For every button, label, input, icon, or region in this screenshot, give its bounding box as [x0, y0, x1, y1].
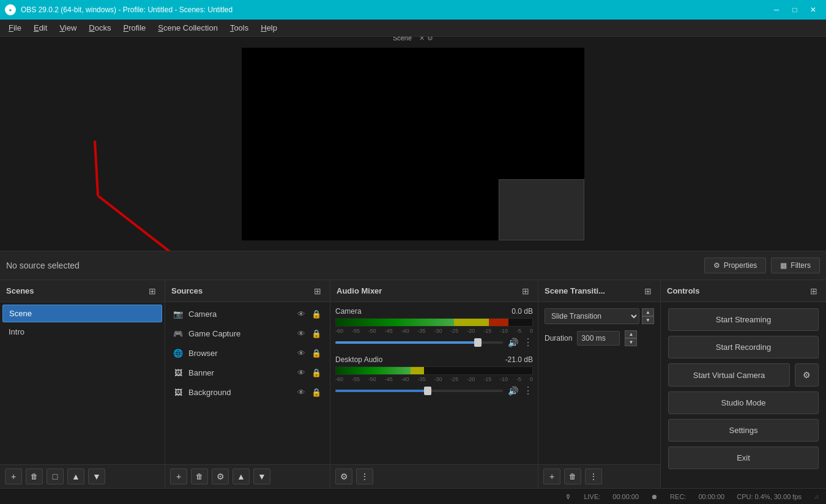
- menu-file[interactable]: File: [2, 21, 28, 35]
- browser-visibility-btn[interactable]: 👁: [296, 348, 307, 358]
- studio-mode-button[interactable]: Studio Mode: [668, 391, 819, 414]
- game-capture-lock-btn[interactable]: 🔒: [310, 328, 322, 339]
- source-item-browser[interactable]: 🌐 Browser 👁 🔒: [168, 344, 327, 362]
- sources-panel-icon-btn[interactable]: ⊞: [311, 285, 324, 297]
- camera-lock-btn[interactable]: 🔒: [310, 309, 322, 319]
- audio-meter-camera: [335, 318, 533, 327]
- source-item-game-capture[interactable]: 🎮 Game Capture 👁 🔒: [168, 324, 327, 343]
- titlebar-left: ● OBS 29.0.2 (64-bit, windows) - Profile…: [5, 4, 233, 15]
- audio-settings-btn[interactable]: ⚙: [335, 469, 352, 484]
- audio-more-options-btn[interactable]: ⋮: [356, 469, 373, 484]
- menu-tools[interactable]: Tools: [224, 21, 255, 35]
- preview-area: Scene ✕ ⚙: [0, 37, 826, 251]
- source-item-banner[interactable]: 🖼 Banner 👁 🔒: [168, 363, 327, 382]
- menu-profile[interactable]: Profile: [117, 21, 152, 35]
- browser-lock-btn[interactable]: 🔒: [310, 348, 322, 358]
- source-item-background[interactable]: 🖼 Background 👁 🔒: [168, 383, 327, 401]
- camera-more-btn[interactable]: ⋮: [523, 336, 533, 348]
- desktop-mute-btn[interactable]: 🔊: [508, 386, 518, 396]
- minimize-button[interactable]: ─: [768, 4, 784, 16]
- duration-spinner: ▲ ▼: [625, 330, 637, 346]
- audio-panel-icon-btn[interactable]: ⊞: [519, 285, 532, 297]
- transition-spinner-up[interactable]: ▲: [642, 308, 654, 316]
- virtual-camera-settings-btn[interactable]: ⚙: [795, 363, 819, 387]
- audio-fader-camera[interactable]: [335, 341, 503, 344]
- rec-label: REC:: [670, 493, 686, 500]
- scene-item-scene[interactable]: Scene: [2, 305, 162, 322]
- source-name-camera: Camera: [188, 309, 291, 319]
- exit-button[interactable]: Exit: [668, 447, 819, 469]
- fader-thumb-desktop[interactable]: [424, 387, 431, 395]
- svg-line-1: [98, 196, 180, 251]
- audio-list: Camera 0.0 dB -60-55-50 -45-40-35 -30-25…: [330, 302, 538, 464]
- background-visibility-btn[interactable]: 👁: [296, 387, 307, 398]
- scenes-remove-btn[interactable]: 🗑: [26, 469, 43, 484]
- settings-button[interactable]: Settings: [668, 419, 819, 442]
- window-controls: ─ □ ✕: [768, 4, 821, 16]
- camera-mute-btn[interactable]: 🔊: [508, 338, 518, 347]
- audio-track-desktop: Desktop Audio -21.0 dB -60-55-50 -45-40-…: [335, 355, 533, 396]
- transitions-panel-icon-btn[interactable]: ⊞: [642, 285, 654, 297]
- sources-down-btn[interactable]: ▼: [253, 469, 270, 484]
- duration-spinner-up[interactable]: ▲: [625, 330, 637, 338]
- maximize-button[interactable]: □: [787, 4, 803, 16]
- menu-docks[interactable]: Docks: [83, 21, 117, 35]
- preview-close-btn[interactable]: ✕: [419, 37, 425, 42]
- scenes-add-btn[interactable]: +: [5, 469, 22, 484]
- controls-panel-icon-btn[interactable]: ⊞: [808, 285, 820, 297]
- sources-panel-footer: + 🗑 ⚙ ▲ ▼: [165, 464, 330, 488]
- background-lock-btn[interactable]: 🔒: [310, 387, 322, 398]
- scenes-down-btn[interactable]: ▼: [88, 469, 105, 484]
- controls-panel-header: Controls ⊞: [661, 280, 826, 302]
- filters-button[interactable]: ▦ Filters: [771, 258, 820, 273]
- audio-fader-desktop[interactable]: [335, 390, 503, 392]
- obs-logo-text: ●: [9, 7, 12, 13]
- sources-up-btn[interactable]: ▲: [233, 469, 250, 484]
- menu-edit[interactable]: Edit: [28, 21, 53, 35]
- start-recording-button[interactable]: Start Recording: [668, 336, 819, 358]
- menu-scene-collection[interactable]: Scene Collection: [152, 21, 224, 35]
- audio-track-camera: Camera 0.0 dB -60-55-50 -45-40-35 -30-25…: [335, 307, 533, 348]
- preview-wrapper: Scene ✕ ⚙: [242, 48, 584, 240]
- start-virtual-camera-button[interactable]: Start Virtual Camera: [668, 363, 790, 387]
- desktop-more-btn[interactable]: ⋮: [523, 385, 533, 396]
- camera-visibility-btn[interactable]: 👁: [296, 309, 307, 319]
- scene-item-intro[interactable]: Intro: [2, 324, 162, 340]
- gear-icon: ⚙: [713, 261, 720, 270]
- scenes-panel-icon-btn[interactable]: ⊞: [146, 285, 158, 297]
- transitions-more-btn[interactable]: ⋮: [585, 469, 602, 484]
- audio-meter-labels-desktop: -60-55-50 -45-40-35 -30-25-20 -15-10-5 0: [335, 376, 533, 382]
- scenes-up-btn[interactable]: ▲: [67, 469, 84, 484]
- preview-inner-box: [499, 179, 584, 240]
- scenes-panel-title: Scenes: [6, 286, 34, 295]
- preview-settings-btn[interactable]: ⚙: [427, 37, 433, 42]
- game-capture-visibility-btn[interactable]: 👁: [296, 328, 307, 339]
- source-name-game-capture: Game Capture: [188, 329, 291, 338]
- duration-spinner-down[interactable]: ▼: [625, 338, 637, 346]
- sources-add-btn[interactable]: +: [170, 469, 187, 484]
- obs-logo: ●: [5, 4, 16, 15]
- properties-button[interactable]: ⚙ Properties: [704, 258, 767, 273]
- menu-help[interactable]: Help: [255, 21, 283, 35]
- menu-view[interactable]: View: [53, 21, 83, 35]
- source-name-browser: Browser: [188, 349, 291, 358]
- banner-visibility-btn[interactable]: 👁: [296, 368, 307, 378]
- start-streaming-button[interactable]: Start Streaming: [668, 308, 819, 331]
- transitions-panel-header: Scene Transiti... ⊞: [538, 280, 660, 302]
- source-list: 📷 Camera 👁 🔒 🎮 Game Capture 👁 🔒: [165, 302, 330, 464]
- sources-remove-btn[interactable]: 🗑: [191, 469, 208, 484]
- audio-track-camera-db: 0.0 dB: [512, 307, 533, 316]
- controls-panel-title: Controls: [667, 286, 699, 295]
- duration-input[interactable]: [577, 331, 620, 346]
- source-item-camera[interactable]: 📷 Camera 👁 🔒: [168, 305, 327, 323]
- close-button[interactable]: ✕: [805, 4, 821, 16]
- audio-fader-row-desktop: 🔊 ⋮: [335, 385, 533, 396]
- transition-type-select[interactable]: Slide Transition Fade Cut: [545, 308, 639, 324]
- transitions-add-btn[interactable]: +: [543, 469, 560, 484]
- fader-thumb-camera[interactable]: [474, 338, 482, 347]
- banner-lock-btn[interactable]: 🔒: [310, 368, 322, 378]
- sources-settings-btn[interactable]: ⚙: [212, 469, 229, 484]
- transitions-remove-btn[interactable]: 🗑: [564, 469, 581, 484]
- transition-spinner-down[interactable]: ▼: [642, 316, 654, 324]
- scenes-duplicate-btn[interactable]: □: [47, 469, 64, 484]
